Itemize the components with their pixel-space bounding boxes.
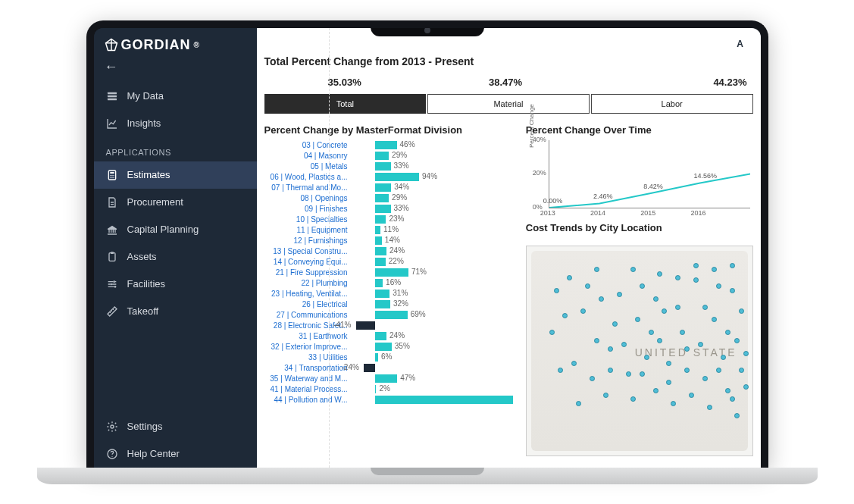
bar-label[interactable]: 07 | Thermal and Mo... (264, 183, 352, 192)
map-city-dot[interactable] (626, 371, 631, 377)
bar-track: 71% (352, 268, 515, 277)
map-city-dot[interactable] (693, 277, 699, 283)
map-city-dot[interactable] (716, 283, 721, 289)
map-city-dot[interactable] (730, 396, 735, 402)
map-city-dot[interactable] (702, 305, 708, 310)
map-city-dot[interactable] (684, 368, 690, 373)
bar-label[interactable]: 26 | Electrical (264, 300, 352, 308)
bar-label[interactable]: 08 | Openings (264, 194, 352, 202)
sidebar-item-insights[interactable]: Insights (94, 110, 257, 137)
map-city-dot[interactable] (612, 321, 618, 327)
map-city-dot[interactable] (554, 288, 559, 293)
sidebar-item-capital-planning[interactable]: Capital Planning (94, 216, 257, 243)
map-city-dot[interactable] (739, 368, 744, 373)
map-city-dot[interactable] (716, 368, 721, 373)
map-city-dot[interactable] (675, 305, 680, 310)
map-city-dot[interactable] (653, 388, 658, 393)
map-city-dot[interactable] (739, 308, 744, 314)
sidebar-item-label: Takeoff (127, 305, 159, 317)
map-city-dot[interactable] (649, 330, 654, 335)
line-x-tick: 2014 (590, 209, 605, 217)
map-city-dot[interactable] (743, 384, 749, 390)
bar-label[interactable]: 34 | Transportation (264, 364, 352, 372)
bar-track: 31% (352, 290, 515, 298)
bar-label[interactable]: 23 | Heating, Ventilat... (264, 290, 352, 298)
sidebar-item-procurement[interactable]: Procurement (94, 189, 257, 216)
bar-label[interactable]: 04 | Masonry (264, 152, 352, 160)
map-city-dot[interactable] (640, 371, 645, 377)
map[interactable]: UNITED STATE (526, 246, 753, 456)
bar-label[interactable]: 06 | Wood, Plastics a... (264, 173, 352, 181)
map-city-dot[interactable] (549, 330, 555, 335)
sidebar-item-estimates[interactable]: Estimates (94, 161, 257, 189)
map-city-dot[interactable] (725, 330, 730, 335)
map-city-dot[interactable] (743, 351, 749, 356)
map-city-dot[interactable] (576, 401, 581, 406)
sidebar-item-my-data[interactable]: My Data (94, 83, 257, 110)
bar-track: 69% (352, 311, 515, 319)
bar-label[interactable]: 41 | Material Process... (264, 385, 352, 393)
bar-label[interactable]: 44 | Pollution and W... (264, 396, 352, 404)
bar (375, 396, 513, 404)
bar (375, 374, 397, 383)
bar-label[interactable]: 13 | Special Constru... (264, 247, 352, 255)
map-city-dot[interactable] (630, 396, 636, 402)
map-city-dot[interactable] (603, 393, 608, 398)
bar-value: -24% (342, 363, 359, 371)
bar-label[interactable]: 31 | Earthwork (264, 332, 352, 340)
map-city-dot[interactable] (734, 338, 740, 343)
map-city-dot[interactable] (725, 388, 730, 393)
bar-label[interactable]: 09 | Finishes (264, 205, 352, 213)
bar-label[interactable]: 11 | Equipment (264, 226, 352, 234)
sidebar-item-assets[interactable]: Assets (94, 243, 257, 271)
bar-label[interactable]: 12 | Furnishings (264, 236, 352, 245)
bar-row: 10 | Specialties23% (264, 214, 515, 225)
bar-label[interactable]: 35 | Waterway and M... (264, 374, 352, 383)
map-city-dot[interactable] (693, 263, 699, 268)
tab-material[interactable]: Material (427, 94, 590, 114)
map-city-dot[interactable] (599, 296, 604, 302)
bar-label[interactable]: 21 | Fire Suppression (264, 268, 352, 277)
sidebar-item-help-center[interactable]: Help Center (94, 440, 257, 468)
tab-labor[interactable]: Labor (591, 94, 753, 114)
back-button[interactable]: ← (94, 56, 257, 83)
bar-row: 35 | Waterway and M...47% (264, 374, 515, 384)
bar-label[interactable]: 27 | Communications (264, 311, 352, 319)
map-city-dot[interactable] (630, 267, 636, 272)
map-city-dot[interactable] (734, 413, 740, 418)
data-icon (106, 90, 118, 102)
map-city-dot[interactable] (712, 267, 717, 272)
tab-total[interactable]: Total (264, 94, 427, 114)
sidebar-item-facilities[interactable]: Facilities (94, 271, 257, 298)
bar-label[interactable]: 03 | Concrete (264, 141, 352, 149)
map-city-dot[interactable] (689, 393, 694, 398)
svg-rect-12 (111, 252, 114, 254)
sidebar-item-settings[interactable]: Settings (94, 413, 257, 440)
bar-label[interactable]: 05 | Metals (264, 162, 352, 171)
map-city-dot[interactable] (608, 346, 613, 352)
map-city-dot[interactable] (608, 368, 613, 373)
map-city-dot[interactable] (590, 376, 595, 381)
bar-value: 94% (422, 172, 437, 180)
map-city-dot[interactable] (653, 296, 658, 302)
line-x-tick: 2013 (540, 209, 555, 217)
bar-label[interactable]: 32 | Exterior Improve... (264, 343, 352, 351)
bar (375, 353, 378, 362)
bar-label[interactable]: 22 | Plumbing (264, 279, 352, 287)
map-city-dot[interactable] (730, 288, 735, 293)
line-chart: Percent Change 0%20%40%20132014201520160… (549, 140, 750, 208)
avatar[interactable]: A (732, 36, 749, 52)
sidebar-item-takeoff[interactable]: Takeoff (94, 298, 257, 325)
map-city-dot[interactable] (635, 317, 640, 322)
map-city-dot[interactable] (721, 355, 726, 360)
bar-track: 296% (352, 396, 515, 404)
map-city-dot[interactable] (730, 263, 735, 268)
bar-row: 41 | Material Process...2% (264, 384, 515, 395)
map-city-dot[interactable] (594, 338, 599, 343)
bar-label[interactable]: 33 | Utilities (264, 353, 352, 362)
map-city-dot[interactable] (702, 376, 708, 381)
bar-label[interactable]: 10 | Specialties (264, 215, 352, 224)
map-city-dot[interactable] (644, 355, 649, 360)
map-city-dot[interactable] (640, 283, 645, 289)
bar-label[interactable]: 14 | Conveying Equi... (264, 258, 352, 266)
